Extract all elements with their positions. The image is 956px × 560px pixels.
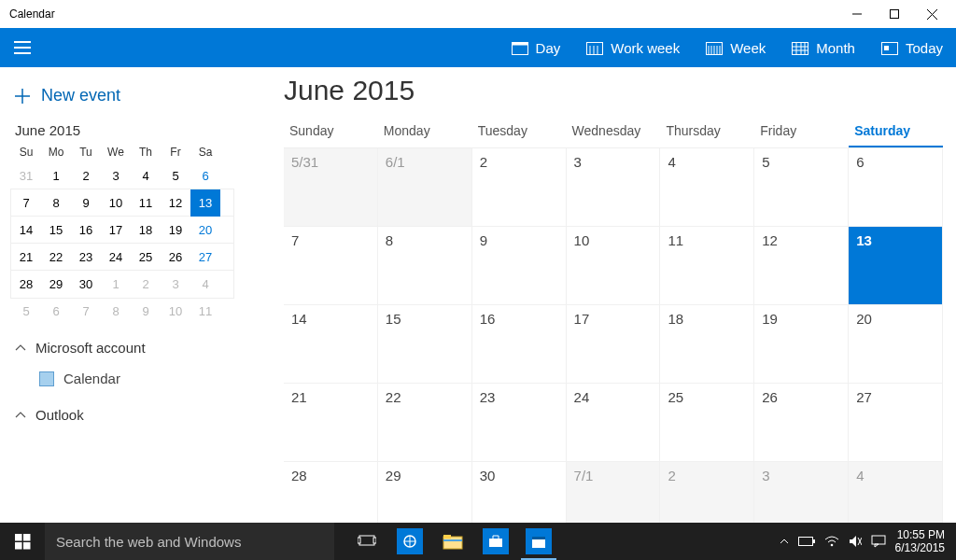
task-view-button[interactable] bbox=[345, 523, 388, 560]
mini-day[interactable]: 27 bbox=[190, 244, 220, 271]
mini-day[interactable]: 24 bbox=[101, 244, 131, 271]
mini-day[interactable]: 15 bbox=[41, 217, 71, 244]
day-cell[interactable]: 15 bbox=[378, 305, 472, 384]
action-center-icon[interactable] bbox=[871, 535, 886, 548]
mini-day[interactable]: 3 bbox=[161, 271, 190, 298]
day-cell[interactable]: 5 bbox=[754, 148, 849, 227]
mini-day[interactable]: 19 bbox=[161, 217, 190, 244]
wifi-icon[interactable] bbox=[824, 536, 839, 547]
mini-day[interactable]: 31 bbox=[11, 162, 41, 189]
day-cell[interactable]: 8 bbox=[378, 227, 472, 305]
new-event-label: New event bbox=[41, 86, 120, 105]
mini-day[interactable]: 4 bbox=[131, 162, 161, 189]
calendar-item[interactable]: Calendar bbox=[11, 361, 233, 392]
day-cell[interactable]: 12 bbox=[754, 227, 849, 305]
day-cell[interactable]: 14 bbox=[284, 305, 378, 384]
volume-icon[interactable] bbox=[849, 535, 862, 548]
account-outlook[interactable]: Outlook bbox=[11, 392, 233, 428]
mini-day[interactable]: 14 bbox=[11, 217, 41, 244]
mini-day[interactable]: 10 bbox=[161, 298, 190, 325]
day-cell[interactable]: 27 bbox=[849, 384, 943, 462]
day-cell[interactable]: 25 bbox=[660, 384, 754, 462]
mini-day[interactable]: 25 bbox=[131, 244, 161, 271]
day-cell[interactable]: 24 bbox=[567, 384, 661, 462]
mini-day[interactable]: 21 bbox=[11, 244, 41, 271]
mini-day[interactable]: 9 bbox=[71, 189, 101, 217]
day-cell[interactable]: 10 bbox=[567, 227, 661, 305]
mini-day[interactable]: 18 bbox=[131, 217, 161, 244]
mini-day[interactable]: 1 bbox=[101, 271, 131, 298]
mini-day[interactable]: 1 bbox=[41, 162, 71, 189]
mini-day[interactable]: 10 bbox=[101, 189, 131, 217]
mini-day[interactable]: 12 bbox=[161, 189, 190, 217]
mini-day[interactable]: 8 bbox=[101, 298, 131, 325]
minimize-button[interactable] bbox=[838, 0, 876, 28]
close-button[interactable] bbox=[913, 0, 950, 28]
day-cell[interactable]: 26 bbox=[754, 384, 849, 462]
day-cell[interactable]: 20 bbox=[849, 305, 943, 384]
mini-day[interactable]: 6 bbox=[41, 298, 71, 325]
day-cell[interactable]: 3 bbox=[567, 148, 661, 227]
day-cell[interactable]: 7 bbox=[284, 227, 378, 305]
mini-day[interactable]: 3 bbox=[101, 162, 131, 189]
new-event-button[interactable]: New event bbox=[11, 78, 233, 117]
mini-day[interactable]: 7 bbox=[11, 189, 41, 217]
day-cell[interactable]: 5/31 bbox=[284, 148, 378, 227]
view-month-button[interactable]: Month bbox=[779, 28, 868, 67]
day-cell[interactable]: 18 bbox=[660, 305, 754, 384]
tray-chevron-icon[interactable] bbox=[780, 537, 789, 546]
day-cell[interactable]: 9 bbox=[472, 227, 567, 305]
view-workweek-button[interactable]: Work week bbox=[573, 28, 693, 67]
mini-day[interactable]: 30 bbox=[71, 271, 101, 298]
taskbar-edge[interactable] bbox=[388, 523, 431, 560]
mini-day[interactable]: 22 bbox=[41, 244, 71, 271]
view-day-button[interactable]: Day bbox=[499, 28, 574, 67]
mini-day[interactable]: 5 bbox=[161, 162, 190, 189]
day-cell[interactable]: 19 bbox=[754, 305, 849, 384]
day-cell[interactable]: 6 bbox=[849, 148, 943, 227]
day-cell[interactable]: 16 bbox=[472, 305, 567, 384]
taskbar-store[interactable] bbox=[474, 523, 517, 560]
svg-rect-9 bbox=[587, 43, 603, 55]
taskbar-clock[interactable]: 10:55 PM 6/13/2015 bbox=[895, 528, 952, 554]
day-cell[interactable]: 13 bbox=[849, 227, 943, 305]
mini-day[interactable]: 2 bbox=[131, 271, 161, 298]
mini-day[interactable]: 6 bbox=[190, 162, 220, 189]
day-cell[interactable]: 17 bbox=[567, 305, 661, 384]
mini-day[interactable]: 20 bbox=[190, 217, 220, 244]
view-today-button[interactable]: Today bbox=[868, 28, 956, 67]
mini-day[interactable]: 11 bbox=[131, 189, 161, 217]
account-microsoft[interactable]: Microsoft account bbox=[11, 325, 233, 361]
mini-day[interactable]: 26 bbox=[161, 244, 190, 271]
day-cell[interactable]: 11 bbox=[660, 227, 754, 305]
mini-day[interactable]: 16 bbox=[71, 217, 101, 244]
hamburger-button[interactable] bbox=[0, 28, 45, 67]
chevron-up-icon bbox=[15, 410, 26, 421]
taskbar-explorer[interactable] bbox=[431, 523, 474, 560]
mini-day[interactable]: 4 bbox=[190, 271, 220, 298]
maximize-button[interactable] bbox=[876, 0, 913, 28]
mini-day[interactable]: 9 bbox=[131, 298, 161, 325]
battery-icon[interactable] bbox=[798, 537, 815, 546]
day-cell[interactable]: 4 bbox=[660, 148, 754, 227]
mini-day[interactable]: 28 bbox=[11, 271, 41, 298]
mini-day[interactable]: 8 bbox=[41, 189, 71, 217]
mini-month-label[interactable]: June 2015 bbox=[15, 122, 233, 138]
start-button[interactable] bbox=[0, 523, 45, 560]
mini-day[interactable]: 29 bbox=[41, 271, 71, 298]
mini-day[interactable]: 17 bbox=[101, 217, 131, 244]
taskbar-search[interactable]: Search the web and Windows bbox=[45, 523, 334, 560]
day-cell[interactable]: 21 bbox=[284, 384, 378, 462]
day-cell[interactable]: 6/1 bbox=[378, 148, 472, 227]
mini-day[interactable]: 7 bbox=[71, 298, 101, 325]
taskbar-calendar[interactable] bbox=[517, 523, 560, 560]
mini-day[interactable]: 11 bbox=[190, 298, 220, 325]
day-cell[interactable]: 22 bbox=[378, 384, 472, 462]
mini-day[interactable]: 2 bbox=[71, 162, 101, 189]
mini-day[interactable]: 23 bbox=[71, 244, 101, 271]
day-cell[interactable]: 2 bbox=[472, 148, 567, 227]
mini-day[interactable]: 13 bbox=[190, 189, 220, 217]
view-week-button[interactable]: Week bbox=[693, 28, 779, 67]
day-cell[interactable]: 23 bbox=[472, 384, 567, 462]
mini-day[interactable]: 5 bbox=[11, 298, 41, 325]
